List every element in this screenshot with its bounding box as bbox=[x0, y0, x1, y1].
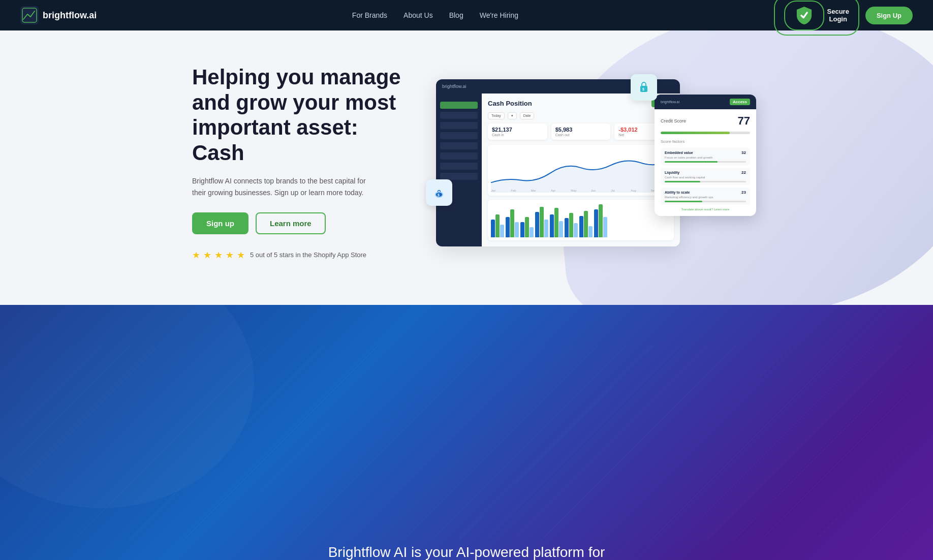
bar-group-6 bbox=[565, 213, 578, 237]
bar-group-1 bbox=[491, 214, 504, 237]
bar-4-3 bbox=[544, 220, 548, 237]
dash-bar-chart bbox=[488, 200, 674, 240]
hero-title: Helping you manage and grow your most im… bbox=[192, 65, 406, 165]
svg-text:Apr: Apr bbox=[551, 189, 555, 192]
bar-group-4 bbox=[535, 207, 548, 237]
dash-stat-1-label: Cash in bbox=[492, 133, 543, 137]
bar-3-1 bbox=[520, 222, 524, 237]
bar-1-1 bbox=[491, 220, 495, 237]
credit-progress-bar bbox=[661, 132, 750, 134]
credit-card-body: Credit Score 77 Score factors Embedded v… bbox=[655, 109, 756, 216]
dash-stats-row: $21,137 Cash in $5,983 Cash out -$3,012 … bbox=[488, 123, 674, 140]
dash-stat-1-val: $21,137 bbox=[492, 127, 543, 133]
score-factor-2-desc: Cash flow and working capital bbox=[665, 176, 746, 179]
diag-lines-bg bbox=[20, 346, 913, 540]
dash-sidebar-item-6 bbox=[440, 152, 478, 160]
bar-8-3 bbox=[603, 217, 607, 237]
bar-5-2 bbox=[554, 208, 558, 237]
score-factor-1: Embedded value 32 Focus on sales positio… bbox=[661, 148, 750, 165]
score-factor-3-value: 23 bbox=[741, 190, 746, 195]
dash-sidebar-item-4 bbox=[440, 132, 478, 139]
dash-main-area: Cash Position + Invest Today ▾ Date $21,… bbox=[482, 94, 680, 246]
credit-progress-fill bbox=[661, 132, 730, 134]
credit-score-label: Credit Score bbox=[661, 118, 686, 123]
section2-title: Brightflow AI is your AI-powered platfor… bbox=[314, 542, 619, 560]
dash-stat-2-label: Cash out bbox=[555, 133, 607, 137]
dash-logo: brightflow.ai bbox=[442, 84, 466, 89]
credit-logo: brightflow.ai bbox=[661, 100, 679, 104]
dash-body: Cash Position + Invest Today ▾ Date $21,… bbox=[436, 94, 680, 246]
score-factor-1-value: 32 bbox=[741, 150, 746, 155]
credit-score-card: brightflow.ai Access Credit Score 77 Sco… bbox=[655, 95, 756, 216]
bar-group-8 bbox=[594, 204, 607, 237]
bar-group-5 bbox=[550, 208, 563, 237]
bar-5-3 bbox=[559, 221, 563, 237]
bar-1-2 bbox=[495, 214, 500, 237]
score-factor-3-label: Ability to scale bbox=[665, 191, 690, 194]
star-1: ★ bbox=[192, 250, 200, 261]
svg-text:$: $ bbox=[438, 193, 440, 197]
credit-score-subtitle: Score factors bbox=[661, 139, 750, 144]
bar-7-3 bbox=[588, 226, 593, 237]
nav-actions: Secure Login Sign Up bbox=[774, 0, 913, 36]
nav-for-brands[interactable]: For Brands bbox=[352, 11, 387, 19]
svg-text:Feb: Feb bbox=[511, 189, 516, 192]
float-icon-money-bag: $ bbox=[426, 179, 452, 206]
bar-7-2 bbox=[584, 211, 588, 237]
dash-sidebar bbox=[436, 94, 482, 246]
score-factor-1-bar-fill bbox=[665, 161, 718, 163]
hero-visual: $ brightflow.ai bbox=[436, 79, 741, 246]
svg-text:May: May bbox=[571, 189, 576, 192]
nav-about-us[interactable]: About Us bbox=[403, 11, 433, 19]
shield-icon bbox=[784, 1, 824, 30]
dash-sidebar-item-2 bbox=[440, 112, 478, 119]
dash-sidebar-item-5 bbox=[440, 142, 478, 149]
credit-learn-more[interactable]: Translate above result? Learn more bbox=[661, 208, 750, 211]
dash-sidebar-item-3 bbox=[440, 122, 478, 129]
bar-2-3 bbox=[515, 222, 519, 237]
dash-sidebar-item-7 bbox=[440, 163, 478, 170]
filter-dropdown[interactable]: ▾ bbox=[508, 112, 517, 119]
bar-6-3 bbox=[574, 223, 578, 237]
score-factor-3-desc: Marketing efficiency and growth ops bbox=[665, 196, 746, 199]
svg-text:Aug: Aug bbox=[631, 189, 636, 192]
score-factor-row-2: Liquidity 22 bbox=[665, 170, 746, 175]
svg-rect-19 bbox=[20, 346, 913, 540]
nav-blog[interactable]: Blog bbox=[449, 11, 463, 19]
hero-rating-text: 5 out of 5 stars in the Shopify App Stor… bbox=[250, 251, 366, 259]
logo-icon bbox=[20, 6, 39, 24]
score-factor-3: Ability to scale 23 Marketing efficiency… bbox=[661, 188, 750, 205]
score-factor-3-bar-fill bbox=[665, 201, 702, 202]
bar-5-1 bbox=[550, 214, 554, 237]
svg-text:Mar: Mar bbox=[531, 189, 536, 192]
bar-group-3 bbox=[520, 217, 534, 237]
bar-6-1 bbox=[565, 218, 569, 237]
secure-login-button[interactable]: Secure Login bbox=[774, 0, 859, 36]
hero-subtitle: Brightflow AI connects top brands to the… bbox=[192, 175, 375, 198]
bar-group-7 bbox=[579, 211, 593, 237]
star-5: ★ bbox=[237, 250, 245, 261]
bar-7-1 bbox=[579, 216, 583, 237]
logo[interactable]: brightflow.ai bbox=[20, 6, 97, 24]
nav-hiring[interactable]: We're Hiring bbox=[480, 11, 518, 19]
bar-4-1 bbox=[535, 212, 539, 237]
logo-text: brightflow.ai bbox=[43, 10, 97, 21]
bar-6-2 bbox=[569, 213, 573, 237]
filter-today[interactable]: Today bbox=[488, 112, 505, 119]
bar-2-1 bbox=[506, 217, 510, 237]
score-factor-3-bar bbox=[665, 201, 746, 202]
filter-date[interactable]: Date bbox=[520, 112, 535, 119]
score-factor-2-value: 22 bbox=[741, 170, 746, 175]
hero-learn-more-button[interactable]: Learn more bbox=[256, 212, 326, 234]
signup-nav-button[interactable]: Sign Up bbox=[865, 7, 913, 24]
bar-8-1 bbox=[594, 209, 598, 237]
hero-text: Helping you manage and grow your most im… bbox=[192, 65, 406, 261]
svg-text:Jan: Jan bbox=[491, 189, 496, 192]
credit-score-number: 77 bbox=[738, 114, 750, 128]
navbar: brightflow.ai For Brands About Us Blog W… bbox=[0, 0, 933, 30]
secure-login-label: Secure Login bbox=[827, 8, 849, 23]
dash-stat-1: $21,137 Cash in bbox=[488, 123, 547, 140]
dash-filter-row: Today ▾ Date bbox=[488, 112, 674, 119]
nav-links: For Brands About Us Blog We're Hiring bbox=[352, 11, 518, 19]
hero-signup-button[interactable]: Sign up bbox=[192, 212, 248, 234]
